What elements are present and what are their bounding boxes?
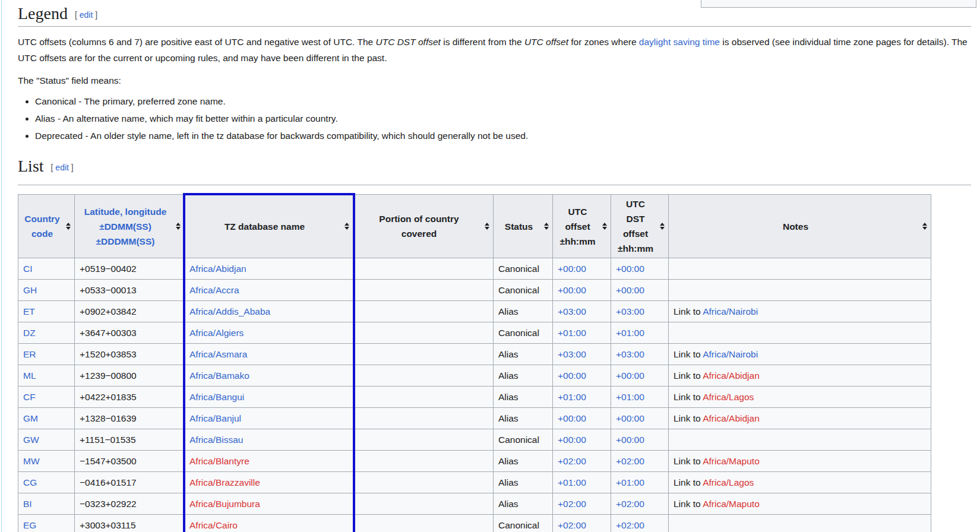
list-edit-link[interactable]: edit <box>55 163 69 172</box>
utc-offset-link[interactable]: +00:00 <box>558 435 586 445</box>
utc-offset-link[interactable]: +00:00 <box>558 413 586 423</box>
country-code-link[interactable]: MW <box>23 456 40 466</box>
tz-name-link[interactable]: Africa/Algiers <box>189 328 244 338</box>
country-code-link[interactable]: BI <box>23 499 32 509</box>
daylight-saving-time-link[interactable]: daylight saving time <box>639 37 720 47</box>
utc-dst-offset-term: UTC DST offset <box>375 37 440 47</box>
header-utc-offset[interactable]: UTC offset ±hh:mm <box>553 195 611 258</box>
sort-icon[interactable] <box>66 223 71 230</box>
tz-name-link[interactable]: Africa/Accra <box>189 285 239 295</box>
note-link[interactable]: Africa/Nairobi <box>703 349 758 359</box>
dst-offset-link[interactable]: +02:00 <box>616 520 644 530</box>
dst-offset-link[interactable]: +00:00 <box>616 285 644 295</box>
dst-offset-link[interactable]: +00:00 <box>616 370 644 381</box>
utc-offset-cell: +00:00 <box>553 365 611 387</box>
header-portion-covered[interactable]: Portion of country covered <box>353 195 494 258</box>
tz-name-link[interactable]: Africa/Bujumbura <box>189 499 260 509</box>
legend-edit-section: [ edit ] <box>75 10 97 20</box>
tz-name-link[interactable]: Africa/Abidjan <box>189 264 246 274</box>
country-code-link[interactable]: GH <box>23 285 37 295</box>
tz-name-link[interactable]: Africa/Blantyre <box>189 456 249 466</box>
utc-offset-link[interactable]: +01:00 <box>558 328 586 338</box>
tz-name-link[interactable]: Africa/Bangui <box>189 392 244 402</box>
tz-name-cell: Africa/Banjul <box>185 408 353 429</box>
country-code-link[interactable]: ML <box>23 370 36 381</box>
country-code-cell: EG <box>18 515 75 532</box>
utc-offset-link[interactable]: +01:00 <box>558 392 586 402</box>
note-link[interactable]: Africa/Lagos <box>703 392 754 402</box>
table-row: DZ+3647+00303Africa/AlgiersCanonical+01:… <box>18 322 931 344</box>
dst-offset-link[interactable]: +02:00 <box>616 456 644 466</box>
coordinates-cell: +1151−01535 <box>75 429 185 451</box>
tz-name-link[interactable]: Africa/Addis_Ababa <box>189 306 270 316</box>
country-code-cell: CI <box>18 258 75 280</box>
dst-offset-cell: +00:00 <box>611 280 669 301</box>
utc-offset-link[interactable]: +02:00 <box>558 499 586 509</box>
note-link[interactable]: Africa/Maputo <box>703 456 760 466</box>
sort-icon[interactable] <box>544 223 549 230</box>
notes-cell: Link to Africa/Lagos <box>669 472 931 493</box>
note-link[interactable]: Africa/Maputo <box>703 499 760 509</box>
country-code-cell: CF <box>18 387 75 408</box>
header-country-code[interactable]: Country code <box>18 195 75 258</box>
country-code-link[interactable]: DZ <box>23 328 36 338</box>
coordinates-cell: +0422+01835 <box>75 387 185 408</box>
dst-offset-link[interactable]: +01:00 <box>616 328 644 338</box>
utc-offset-link[interactable]: +00:00 <box>558 264 586 274</box>
tz-name-cell: Africa/Abidjan <box>185 258 353 280</box>
header-latitude-longitude[interactable]: Latitude, longitude ±DDMM(SS) ±DDDMM(SS) <box>75 195 185 258</box>
tz-name-link[interactable]: Africa/Bissau <box>189 435 243 445</box>
sort-icon[interactable] <box>660 223 665 230</box>
utc-offset-link[interactable]: +03:00 <box>558 306 586 316</box>
country-code-link[interactable]: CI <box>23 264 33 274</box>
dst-offset-link[interactable]: +03:00 <box>616 349 644 359</box>
utc-offset-link[interactable]: +03:00 <box>558 349 586 359</box>
tz-name-link[interactable]: Africa/Cairo <box>189 520 238 530</box>
portion-cell <box>353 301 494 322</box>
dst-offset-link[interactable]: +03:00 <box>616 306 644 316</box>
utc-offset-link[interactable]: +02:00 <box>558 520 586 530</box>
note-link[interactable]: Africa/Lagos <box>703 477 754 487</box>
header-status[interactable]: Status <box>494 195 553 258</box>
portion-cell <box>353 408 494 429</box>
sort-icon[interactable] <box>344 223 349 230</box>
header-utc-dst-offset[interactable]: UTC DST offset ±hh:mm <box>611 195 669 258</box>
coordinates-cell: +0533−00013 <box>75 280 185 301</box>
header-notes[interactable]: Notes <box>669 195 931 258</box>
tz-name-cell: Africa/Asmara <box>185 344 353 365</box>
note-link[interactable]: Africa/Abidjan <box>703 413 760 423</box>
dst-offset-link[interactable]: +00:00 <box>616 435 644 445</box>
utc-offset-link[interactable]: +02:00 <box>558 456 586 466</box>
tz-name-link[interactable]: Africa/Brazzaville <box>189 477 260 487</box>
dst-offset-link[interactable]: +00:00 <box>616 264 644 274</box>
tz-name-link[interactable]: Africa/Bamako <box>189 370 249 381</box>
tz-name-link[interactable]: Africa/Banjul <box>189 413 241 423</box>
utc-offset-link[interactable]: +01:00 <box>558 477 586 487</box>
intro-text: for zones where <box>568 37 639 47</box>
utc-offset-cell: +02:00 <box>553 515 611 532</box>
header-tz-database-name[interactable]: TZ database name <box>185 195 353 258</box>
country-code-link[interactable]: GM <box>23 413 38 423</box>
dst-offset-link[interactable]: +02:00 <box>616 499 644 509</box>
utc-offset-link[interactable]: +00:00 <box>558 370 586 381</box>
sort-icon[interactable] <box>485 223 489 230</box>
dst-offset-link[interactable]: +01:00 <box>616 477 644 487</box>
country-code-link[interactable]: CF <box>23 392 36 402</box>
note-link[interactable]: Africa/Abidjan <box>703 370 760 381</box>
utc-offset-link[interactable]: +00:00 <box>558 285 586 295</box>
dst-offset-link[interactable]: +01:00 <box>616 392 644 402</box>
note-link[interactable]: Africa/Nairobi <box>703 306 758 316</box>
sort-icon[interactable] <box>922 223 927 230</box>
dst-offset-link[interactable]: +00:00 <box>616 413 644 423</box>
header-label: Latitude, longitude ±DDMM(SS) ±DDDMM(SS) <box>84 204 167 249</box>
country-code-link[interactable]: ET <box>23 306 35 316</box>
legend-edit-link[interactable]: edit <box>80 10 93 20</box>
utc-offset-cell: +02:00 <box>553 493 611 515</box>
sort-icon[interactable] <box>602 223 607 230</box>
country-code-link[interactable]: CG <box>23 477 37 487</box>
country-code-link[interactable]: GW <box>23 435 39 445</box>
sort-icon[interactable] <box>176 223 181 230</box>
country-code-link[interactable]: ER <box>23 349 36 359</box>
tz-name-link[interactable]: Africa/Asmara <box>189 349 247 359</box>
country-code-link[interactable]: EG <box>23 520 36 530</box>
